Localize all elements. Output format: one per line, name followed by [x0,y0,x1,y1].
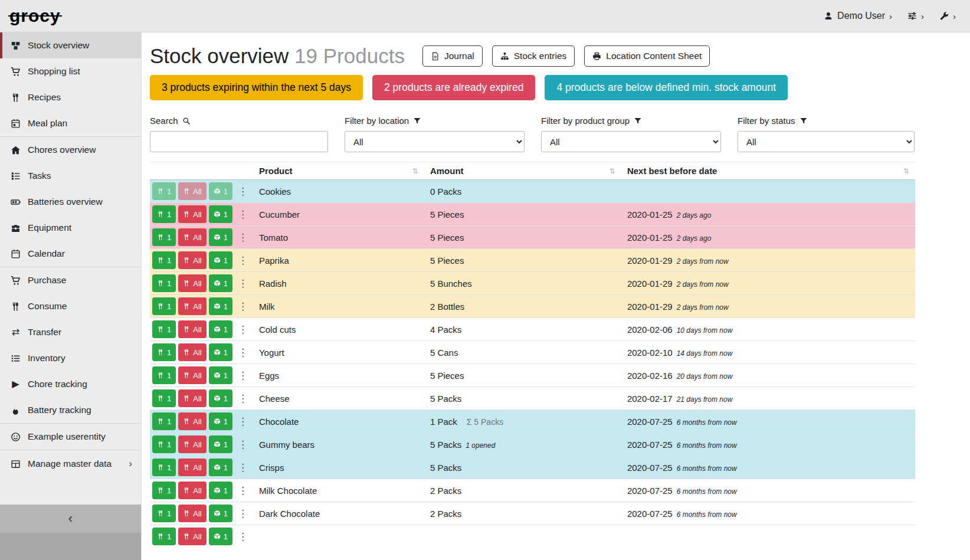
consume-all-button[interactable]: All [178,366,206,384]
user-menu[interactable]: Demo User › [824,11,892,21]
search-input[interactable] [150,131,328,152]
sidebar-item-example-userentity[interactable]: Example userentity [0,424,141,450]
consume-one-button[interactable]: 1 [152,366,176,384]
open-one-button[interactable]: 1 [209,205,232,223]
row-menu-button[interactable]: ⋮ [235,394,251,404]
consume-one-button[interactable]: 1 [152,389,176,407]
row-menu-button[interactable]: ⋮ [235,486,251,496]
consume-all-button[interactable]: All [178,435,206,453]
open-one-button[interactable]: 1 [209,366,232,384]
expiring-banner[interactable]: 3 products expiring within the next 5 da… [150,75,363,100]
consume-all-button[interactable]: All [178,459,206,476]
open-one-button[interactable]: 1 [209,297,232,315]
col-amount[interactable]: Amount⇅ [424,162,621,180]
open-one-button[interactable]: 1 [209,389,232,407]
open-one-button[interactable]: 1 [209,274,232,292]
row-menu-button[interactable]: ⋮ [235,186,251,197]
stock-entries-button[interactable]: Stock entries [492,45,575,67]
consume-one-button[interactable]: 1 [152,182,176,200]
sidebar-item-purchase[interactable]: Purchase [0,267,141,293]
table-row: 1All1⋮Cold cuts4 Packs2020-02-0610 days … [150,318,915,341]
sidebar-item-stock-overview[interactable]: Stock overview [0,32,141,58]
sidebar-item-calendar[interactable]: Calendar [0,241,141,267]
settings-menu[interactable]: › [907,11,924,21]
open-one-button[interactable]: 1 [209,528,232,545]
row-menu-button[interactable]: ⋮ [235,463,251,473]
consume-one-button[interactable]: 1 [152,482,176,499]
sidebar-item-chore-tracking[interactable]: ▶Chore tracking [0,371,141,397]
consume-one-button[interactable]: 1 [152,435,176,453]
col-product[interactable]: Product⇅ [253,162,424,180]
open-one-button[interactable]: 1 [209,505,232,522]
col-next-best-before-date[interactable]: Next best before date⇅ [621,162,915,180]
row-menu-button[interactable]: ⋮ [235,417,251,427]
consume-all-button[interactable]: All [178,389,206,407]
open-one-button[interactable]: 1 [209,435,232,453]
sidebar-item-meal-plan[interactable]: Meal plan [0,110,141,136]
location-content-sheet-button[interactable]: Location Content Sheet [584,45,710,67]
row-menu-button[interactable]: ⋮ [235,348,251,358]
sidebar-item-transfer[interactable]: ⇄Transfer [0,319,141,345]
open-one-button[interactable]: 1 [209,459,232,476]
consume-all-button[interactable]: All [178,343,206,361]
sidebar-item-chores-overview[interactable]: Chores overview [0,137,141,163]
consume-all-button[interactable]: All [178,482,206,499]
sidebar-item-equipment[interactable]: Equipment [0,215,141,241]
consume-one-button[interactable]: 1 [152,274,176,292]
row-menu-button[interactable]: ⋮ [235,532,251,542]
row-menu-button[interactable]: ⋮ [235,325,251,335]
consume-all-button[interactable]: All [178,251,206,269]
journal-button[interactable]: Journal [422,45,483,67]
row-menu-button[interactable]: ⋮ [235,279,251,289]
open-one-button[interactable]: 1 [209,251,232,269]
sidebar-item-shopping-list[interactable]: Shopping list [0,58,141,84]
expired-banner[interactable]: 2 products are already expired [372,75,535,100]
table-row: 1All1⋮Cookies0 Packs [150,180,915,203]
row-menu-button[interactable]: ⋮ [235,509,251,519]
sidebar-item-inventory[interactable]: Inventory [0,345,141,371]
consume-all-button[interactable]: All [178,228,206,246]
consume-one-button[interactable]: 1 [152,505,176,522]
consume-all-button[interactable]: All [178,274,206,292]
consume-all-button[interactable]: All [178,182,206,200]
row-menu-button[interactable]: ⋮ [235,209,251,220]
consume-all-button[interactable]: All [178,205,206,223]
consume-one-button[interactable]: 1 [152,205,176,223]
consume-one-button[interactable]: 1 [152,228,176,246]
row-menu-button[interactable]: ⋮ [235,440,251,450]
consume-one-button[interactable]: 1 [152,320,176,338]
consume-all-button[interactable]: All [178,528,206,545]
consume-all-button[interactable]: All [178,297,206,315]
sidebar-item-battery-tracking[interactable]: Battery tracking [0,397,141,423]
row-menu-button[interactable]: ⋮ [235,232,251,243]
location-filter-select[interactable]: All [345,131,525,152]
open-one-button[interactable]: 1 [209,482,232,499]
sidebar-collapse-button[interactable]: ‹ [0,505,141,533]
below-min-stock-banner[interactable]: 4 products are below defined min. stock … [545,75,788,100]
open-one-button[interactable]: 1 [209,343,232,361]
consume-one-button[interactable]: 1 [152,297,176,315]
consume-one-button[interactable]: 1 [152,528,176,545]
consume-one-button[interactable]: 1 [152,251,176,269]
sidebar-item-manage-master-data[interactable]: Manage master data› [0,450,141,477]
row-menu-button[interactable]: ⋮ [235,371,251,381]
consume-one-button[interactable]: 1 [152,343,176,361]
product-group-filter-select[interactable]: All [541,131,721,152]
consume-all-button[interactable]: All [178,320,206,338]
sidebar-item-batteries-overview[interactable]: Batteries overview [0,189,141,215]
sidebar-item-recipes[interactable]: Recipes [0,84,141,110]
admin-menu[interactable]: › [939,11,956,21]
open-one-button[interactable]: 1 [209,182,232,200]
sidebar-item-consume[interactable]: Consume [0,293,141,319]
consume-one-button[interactable]: 1 [152,459,176,476]
open-one-button[interactable]: 1 [209,320,232,338]
consume-all-button[interactable]: All [178,505,206,522]
open-one-button[interactable]: 1 [209,228,232,246]
consume-all-button[interactable]: All [178,412,206,430]
row-menu-button[interactable]: ⋮ [235,302,251,312]
sidebar-item-tasks[interactable]: Tasks [0,163,141,189]
status-filter-select[interactable]: All [738,131,915,152]
open-one-button[interactable]: 1 [209,412,232,430]
row-menu-button[interactable]: ⋮ [235,256,251,266]
consume-one-button[interactable]: 1 [152,412,176,430]
